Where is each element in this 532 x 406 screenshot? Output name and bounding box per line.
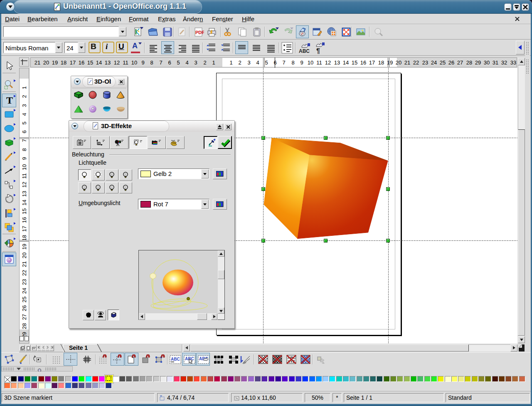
svg-text:PDF: PDF: [195, 30, 204, 35]
svg-text:T: T: [6, 95, 13, 106]
svg-text:ABC: ABC: [171, 357, 180, 361]
svg-text:ABC: ABC: [299, 48, 310, 54]
svg-text:¶: ¶: [316, 47, 320, 54]
